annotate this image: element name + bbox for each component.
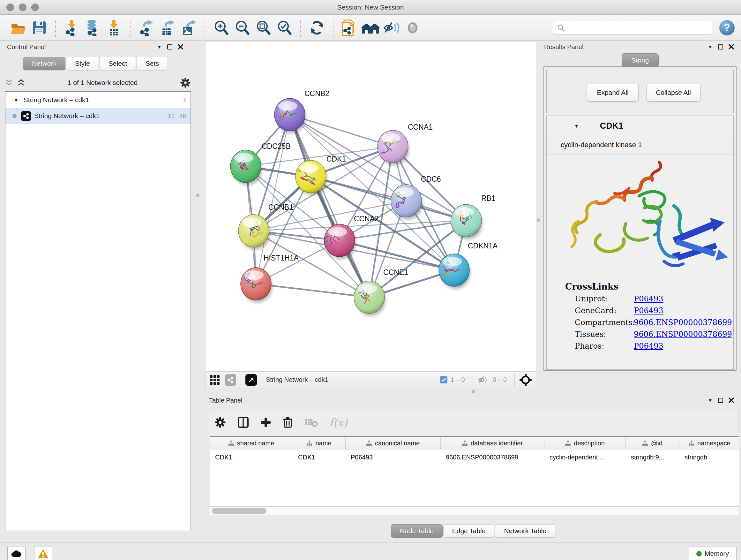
hide-selected-button[interactable] [383, 18, 401, 37]
tab-style[interactable]: Style [66, 57, 99, 70]
float-panel-icon[interactable] [718, 44, 723, 50]
network-row-selected[interactable]: String Network – cdk1 11 48 [5, 108, 191, 124]
network-graph: CCNB2CCNA1CDC25BCDK1CDC6RB1CCNB1CCNA2CDK… [205, 42, 536, 371]
birdseye-view-icon[interactable] [246, 374, 257, 386]
table-horizontal-scrollbar[interactable] [210, 506, 739, 515]
column-header-name[interactable]: name [293, 437, 346, 450]
network-node-cdc25b[interactable] [230, 150, 262, 185]
grid-view-icon[interactable] [209, 374, 220, 385]
crosshair-icon[interactable] [519, 374, 532, 386]
panel-menu-icon[interactable]: ▼ [157, 44, 162, 50]
column-header-description[interactable]: description [544, 437, 626, 450]
network-node-ccna1[interactable] [378, 130, 409, 165]
close-panel-icon[interactable] [178, 44, 183, 50]
panel-menu-icon[interactable]: ▼ [708, 44, 713, 50]
table-row[interactable]: CDK1CDK1P064939606.ENSP00000378699cyclin… [210, 450, 739, 464]
main-toolbar: ? [0, 15, 741, 41]
search-input[interactable] [565, 24, 708, 31]
collapse-section-icon[interactable]: ▼ [574, 123, 579, 129]
home-button[interactable] [361, 18, 380, 37]
refresh-layout-button[interactable] [308, 18, 326, 37]
delete-column-button[interactable] [283, 417, 293, 428]
warnings-button[interactable] [34, 547, 52, 560]
network-node-rb1[interactable] [451, 204, 482, 240]
show-all-button[interactable] [404, 18, 421, 37]
show-columns-button[interactable] [238, 417, 249, 428]
help-button[interactable]: ? [719, 20, 735, 36]
column-header-shared-name[interactable]: shared name [210, 437, 293, 450]
crosslink-link[interactable]: 9606.ENSP00000378699 [634, 330, 732, 339]
table-cell[interactable]: cyclin-dependent ... [544, 450, 626, 464]
eye-icon [405, 20, 420, 36]
cloud-status-button[interactable] [7, 547, 25, 560]
network-node-cdk1[interactable] [295, 160, 327, 195]
protein-card-header[interactable]: ▼ CDK1 [547, 116, 733, 136]
crosslink-link[interactable]: P06493 [634, 306, 664, 315]
tab-network[interactable]: Network [23, 57, 65, 70]
collapse-all-button[interactable]: Collapse All [646, 84, 700, 102]
expand-all-chevron-icon[interactable] [17, 78, 25, 87]
horizontal-splitter-handle[interactable] [472, 389, 475, 393]
float-panel-icon[interactable] [167, 44, 172, 50]
zoom-out-button[interactable] [233, 18, 251, 37]
memory-button[interactable]: Memory [689, 547, 737, 560]
network-collection-row[interactable]: ▼ String Network – cdk1 1 [5, 92, 191, 108]
zoom-fit-button[interactable] [254, 18, 272, 37]
network-share-view-icon[interactable] [225, 374, 236, 386]
network-node-ccne1[interactable] [354, 281, 386, 316]
table-cell[interactable]: 9606.ENSP00000378699 [441, 450, 544, 464]
left-splitter-handle[interactable] [196, 193, 199, 197]
column-type-icon [689, 441, 694, 446]
save-session-button[interactable] [30, 18, 48, 37]
panel-menu-icon[interactable]: ▼ [708, 397, 713, 403]
table-cell[interactable]: stringdb [679, 450, 739, 464]
gear-icon[interactable] [180, 77, 191, 88]
crosslink-link[interactable]: P06493 [634, 341, 664, 351]
table-settings-button[interactable] [214, 417, 226, 428]
crosslink-link[interactable]: P06493 [634, 294, 664, 303]
column-header-database-identifier[interactable]: database identifier [441, 437, 544, 450]
expand-all-button[interactable]: Expand All [587, 84, 638, 102]
network-edge[interactable] [311, 177, 466, 221]
table-cell[interactable]: stringdb:9... [626, 450, 679, 464]
tab-string[interactable]: String [622, 53, 659, 67]
right-splitter-handle[interactable] [537, 219, 540, 222]
share-document-button[interactable] [340, 18, 358, 37]
close-panel-icon[interactable] [729, 397, 734, 403]
import-table-button[interactable] [105, 18, 123, 37]
tab-node-table[interactable]: Node Table [391, 524, 443, 538]
collection-expand-icon[interactable]: ▼ [14, 98, 18, 103]
zoom-selected-button[interactable] [275, 18, 293, 37]
network-node-hist1h1a[interactable] [241, 267, 272, 303]
export-table-button[interactable] [158, 18, 177, 37]
tab-select[interactable]: Select [99, 57, 136, 70]
column-header-namespace[interactable]: namespace [679, 437, 739, 450]
add-column-button[interactable] [260, 417, 271, 428]
column-header-canonical-name[interactable]: canonical name [346, 437, 441, 450]
export-network-button[interactable] [138, 18, 155, 37]
hidden-counter: 0 – 0 [493, 376, 507, 383]
selected-nodes-checkbox[interactable] [440, 376, 448, 383]
column-header--id[interactable]: @id [626, 437, 679, 450]
network-node-label: HIST1H1A [264, 254, 299, 262]
table-cell[interactable]: P06493 [346, 450, 441, 464]
open-session-button[interactable] [9, 18, 27, 37]
network-view-canvas[interactable]: CCNB2CCNA1CDC25BCDK1CDC6RB1CCNB1CCNA2CDK… [205, 42, 536, 371]
close-panel-icon[interactable] [729, 44, 734, 50]
tab-edge-table[interactable]: Edge Table [443, 524, 495, 538]
tab-network-table[interactable]: Network Table [495, 524, 555, 538]
collapse-all-chevron-icon[interactable] [5, 78, 13, 87]
export-image-button[interactable] [180, 18, 198, 37]
crosslink-link[interactable]: 9606.ENSP00000378699 [634, 318, 732, 327]
table-cell[interactable]: CDK1 [210, 450, 293, 464]
warning-icon [38, 549, 49, 558]
network-edge[interactable] [256, 284, 369, 297]
network-node-ccnb1[interactable] [239, 214, 270, 250]
tab-sets[interactable]: Sets [137, 57, 168, 70]
scrollbar-thumb[interactable] [212, 508, 266, 514]
import-network-button[interactable] [63, 18, 81, 37]
import-database-button[interactable] [84, 18, 102, 37]
float-panel-icon[interactable] [718, 398, 723, 403]
table-cell[interactable]: CDK1 [293, 450, 346, 464]
zoom-in-button[interactable] [212, 18, 230, 37]
